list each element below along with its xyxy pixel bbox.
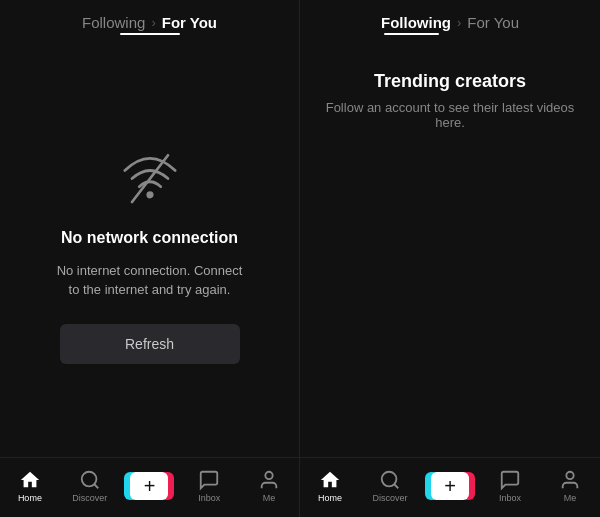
left-tab-for-you[interactable]: For You (162, 14, 217, 31)
left-nav-discover[interactable]: Discover (68, 469, 112, 503)
left-nav-me-label: Me (263, 493, 276, 503)
right-bottom-nav: Home Discover + Inbox (300, 457, 600, 517)
right-profile-icon (559, 469, 581, 491)
right-nav-home[interactable]: Home (308, 469, 352, 503)
right-nav-create[interactable]: + (428, 472, 472, 500)
left-active-underline (120, 33, 180, 35)
right-discover-icon (379, 469, 401, 491)
right-tab-header: Following › For You (300, 0, 600, 41)
left-nav-me[interactable]: Me (247, 469, 291, 503)
left-tab-header: Following › For You (0, 0, 299, 41)
trending-subtitle: Follow an account to see their latest vi… (320, 100, 580, 130)
left-nav-inbox[interactable]: Inbox (187, 469, 231, 503)
right-tab-for-you[interactable]: For You (467, 14, 519, 31)
right-active-underline (384, 33, 439, 35)
inbox-icon (198, 469, 220, 491)
left-nav-home-label: Home (18, 493, 42, 503)
right-panel: Following › For You Trending creators Fo… (300, 0, 600, 517)
right-nav-home-label: Home (318, 493, 342, 503)
plus-inner: + (130, 472, 168, 500)
no-network-title: No network connection (61, 229, 238, 247)
no-network-subtitle: No internet connection. Connect to the i… (50, 261, 250, 300)
svg-point-0 (147, 192, 152, 197)
svg-point-2 (81, 471, 96, 486)
svg-point-7 (566, 471, 573, 478)
right-nav-discover-label: Discover (372, 493, 407, 503)
right-home-icon (319, 469, 341, 491)
no-network-icon (110, 135, 190, 215)
plus-icon: + (144, 476, 156, 496)
right-nav-inbox[interactable]: Inbox (488, 469, 532, 503)
left-nav-home[interactable]: Home (8, 469, 52, 503)
left-bottom-nav: Home Discover + Inbox (0, 457, 299, 517)
left-nav-discover-label: Discover (72, 493, 107, 503)
left-tab-separator: › (151, 15, 155, 30)
right-plus-icon: + (444, 476, 456, 496)
svg-point-4 (265, 471, 272, 478)
right-nav-inbox-label: Inbox (499, 493, 521, 503)
profile-icon (258, 469, 280, 491)
home-icon (19, 469, 41, 491)
right-tab-following[interactable]: Following (381, 14, 451, 31)
left-panel: Following › For You (0, 0, 300, 517)
right-plus-button[interactable]: + (429, 472, 471, 500)
right-tab-separator: › (457, 15, 461, 30)
left-nav-inbox-label: Inbox (198, 493, 220, 503)
right-plus-inner: + (431, 472, 469, 500)
svg-line-6 (394, 484, 398, 488)
right-nav-me[interactable]: Me (548, 469, 592, 503)
trending-title: Trending creators (374, 71, 526, 92)
svg-point-5 (382, 471, 397, 486)
discover-icon (79, 469, 101, 491)
left-nav-create[interactable]: + (127, 472, 171, 500)
right-content: Trending creators Follow an account to s… (300, 41, 600, 457)
refresh-button[interactable]: Refresh (60, 324, 240, 364)
right-inbox-icon (499, 469, 521, 491)
right-nav-discover[interactable]: Discover (368, 469, 412, 503)
svg-line-3 (94, 484, 98, 488)
plus-button[interactable]: + (128, 472, 170, 500)
left-content: No network connection No internet connec… (0, 41, 299, 457)
right-nav-me-label: Me (564, 493, 577, 503)
left-tab-following[interactable]: Following (82, 14, 145, 31)
